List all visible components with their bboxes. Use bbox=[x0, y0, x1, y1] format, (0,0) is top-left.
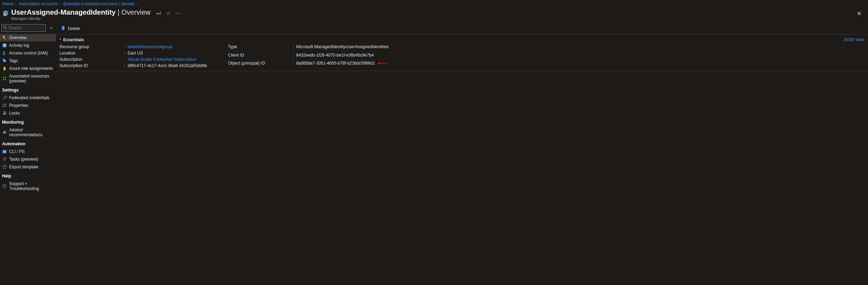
crumb-identity[interactable]: Example-AutomationAccount | Identity bbox=[63, 1, 134, 6]
svg-rect-6 bbox=[3, 44, 6, 45]
sidebar-item-label: Advisor recommendations bbox=[9, 127, 54, 137]
terminal-icon bbox=[2, 149, 7, 154]
svg-rect-10 bbox=[3, 68, 5, 70]
svg-rect-11 bbox=[3, 77, 4, 78]
sidebar-item-support[interactable]: ? Support + Troubleshooting bbox=[0, 180, 56, 192]
delete-label: Delete bbox=[68, 26, 80, 31]
lock-icon bbox=[2, 111, 7, 116]
crumb-home[interactable]: Home bbox=[2, 1, 13, 6]
svg-rect-20 bbox=[3, 113, 6, 115]
svg-point-25 bbox=[5, 158, 6, 159]
svg-rect-12 bbox=[5, 77, 6, 78]
svg-text:?: ? bbox=[4, 185, 6, 188]
svg-rect-13 bbox=[3, 79, 4, 80]
properties-icon bbox=[2, 103, 7, 108]
svg-point-22 bbox=[4, 132, 5, 133]
pin-icon[interactable] bbox=[156, 10, 161, 16]
svg-rect-23 bbox=[3, 150, 7, 153]
sidebar-item-cli[interactable]: CLI / PS bbox=[0, 148, 56, 155]
more-icon[interactable]: ⋯ bbox=[175, 10, 180, 16]
ess-value-resource-group: deletethisresourcegroup bbox=[128, 44, 207, 49]
json-view-link[interactable]: JSON View bbox=[843, 37, 865, 42]
search-input[interactable] bbox=[8, 25, 44, 30]
advisor-icon bbox=[2, 130, 7, 135]
ess-value-location: East US bbox=[128, 51, 207, 56]
svg-rect-4 bbox=[3, 37, 6, 39]
ess-value-object-id: 8a0858a7-3051-4655-b78f-b23b0c5998d1 bbox=[296, 61, 389, 68]
breadcrumb: Home › Automation Accounts › Example-Aut… bbox=[0, 0, 868, 8]
sidebar-item-label: Overview bbox=[9, 35, 27, 40]
log-icon bbox=[2, 43, 7, 48]
svg-point-26 bbox=[4, 160, 5, 161]
svg-point-1 bbox=[3, 26, 6, 28]
ess-label: Client ID bbox=[228, 53, 293, 60]
svg-point-24 bbox=[3, 158, 5, 159]
essentials-panel: ˄ Essentials JSON View Resource group: d… bbox=[56, 35, 868, 71]
sidebar-item-label: Activity log bbox=[9, 43, 29, 48]
sidebar-item-tags[interactable]: Tags bbox=[0, 57, 56, 65]
managed-identity-icon bbox=[2, 10, 9, 17]
arrow-annotation-icon bbox=[377, 61, 387, 66]
sidebar-item-advisor[interactable]: Advisor recommendations bbox=[0, 126, 56, 139]
delete-button[interactable]: Delete bbox=[59, 25, 81, 32]
star-icon[interactable]: ☆ bbox=[166, 10, 171, 16]
page-header: UserAssigned-ManagedIdentity | Overview … bbox=[0, 8, 868, 23]
ess-value-subscription: Visual Studio Enterprise Subscription bbox=[128, 57, 207, 62]
sidebar-item-associated-resources[interactable]: Associated resources (preview) bbox=[0, 72, 56, 85]
essentials-left-column: Resource group: deletethisresourcegroup … bbox=[59, 44, 207, 68]
chevron-up-icon[interactable]: ˄ bbox=[59, 38, 61, 42]
svg-rect-32 bbox=[63, 26, 64, 27]
sidebar: « Overview Activity log Access control (… bbox=[0, 23, 56, 285]
ess-label: Resource group bbox=[59, 44, 124, 49]
svg-rect-17 bbox=[3, 106, 4, 107]
sidebar-item-properties[interactable]: Properties bbox=[0, 102, 56, 109]
ess-value-subscription-id: d99c4717-4c17-4ce1-8ba8-34262a55dd9b bbox=[128, 63, 207, 68]
ess-label: Location bbox=[59, 51, 124, 56]
svg-point-0 bbox=[3, 14, 6, 16]
ess-label: Type bbox=[228, 44, 293, 51]
ess-label: Subscription ID bbox=[59, 63, 124, 68]
svg-line-2 bbox=[6, 28, 7, 29]
key-icon bbox=[2, 95, 7, 100]
svg-rect-19 bbox=[4, 106, 6, 107]
tag-icon bbox=[2, 58, 7, 63]
tasks-icon bbox=[2, 157, 7, 162]
sidebar-item-export[interactable]: Export template bbox=[0, 163, 56, 171]
sidebar-item-label: Federated credentials bbox=[9, 95, 50, 100]
sidebar-item-tasks[interactable]: Tasks (preview) bbox=[0, 155, 56, 163]
svg-rect-18 bbox=[4, 104, 6, 105]
subscription-link[interactable]: Visual Studio Enterprise Subscription bbox=[128, 57, 196, 62]
sidebar-item-azure-role[interactable]: Azure role assignments bbox=[0, 65, 56, 72]
page-subtitle: Managed Identity bbox=[11, 16, 151, 21]
sidebar-item-label: Properties bbox=[9, 103, 28, 108]
collapse-sidebar-icon[interactable]: « bbox=[48, 25, 55, 30]
section-settings: Settings bbox=[0, 85, 56, 94]
key-icon bbox=[2, 35, 7, 40]
page-title: UserAssigned-ManagedIdentity | Overview bbox=[11, 8, 151, 16]
ess-value-client-id: 8432eedb-1f28-4070-be1f-e36b45c9e7b4 bbox=[296, 53, 389, 60]
sidebar-item-locks[interactable]: Locks bbox=[0, 109, 56, 117]
sidebar-item-label: Tasks (preview) bbox=[9, 157, 38, 162]
search-input-wrapper[interactable] bbox=[1, 24, 46, 32]
resource-group-link[interactable]: deletethisresourcegroup bbox=[128, 44, 173, 49]
role-icon bbox=[2, 66, 7, 71]
svg-point-8 bbox=[3, 51, 5, 53]
sidebar-item-label: Support + Troubleshooting bbox=[9, 181, 54, 191]
crumb-automation-accounts[interactable]: Automation Accounts bbox=[19, 1, 58, 6]
svg-point-9 bbox=[3, 67, 5, 68]
toolbar: Delete bbox=[56, 23, 868, 35]
sidebar-item-overview[interactable]: Overview bbox=[0, 34, 56, 42]
svg-rect-30 bbox=[62, 27, 65, 30]
export-icon bbox=[2, 165, 7, 169]
close-icon[interactable]: ✕ bbox=[854, 8, 865, 19]
ess-label: Subscription bbox=[59, 57, 124, 62]
sidebar-item-activity-log[interactable]: Activity log bbox=[0, 42, 56, 49]
section-automation: Automation bbox=[0, 139, 56, 148]
sidebar-item-access-control[interactable]: Access control (IAM) bbox=[0, 49, 56, 57]
svg-marker-34 bbox=[377, 62, 380, 65]
section-help: Help bbox=[0, 171, 56, 180]
grid-icon bbox=[2, 76, 7, 81]
svg-rect-14 bbox=[5, 79, 6, 80]
sidebar-item-federated[interactable]: Federated credentials bbox=[0, 94, 56, 102]
sidebar-item-label: Locks bbox=[9, 111, 20, 116]
